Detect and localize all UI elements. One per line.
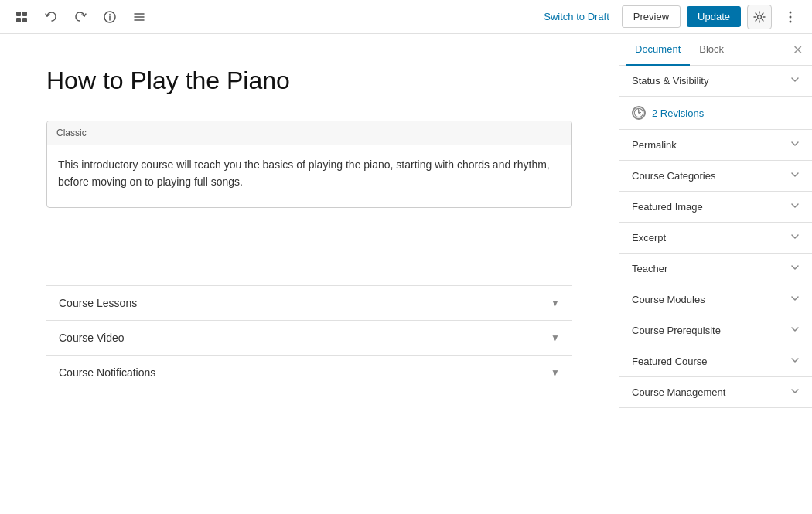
classic-block-label: Classic	[47, 121, 571, 145]
teacher-label: Teacher	[632, 263, 667, 274]
featured-course-label: Featured Course	[632, 356, 708, 367]
course-management-arrow	[790, 386, 800, 398]
sidebar-section-featured-image[interactable]: Featured Image	[619, 192, 812, 223]
featured-course-arrow	[790, 356, 800, 367]
sidebar-section-permalink[interactable]: Permalink	[619, 130, 812, 161]
info-button[interactable]	[97, 5, 122, 29]
course-video-section[interactable]: Course Video ▼	[46, 321, 572, 356]
undo-button[interactable]	[39, 5, 63, 29]
course-modules-label: Course Modules	[632, 294, 705, 305]
revisions-clock-icon	[632, 106, 646, 120]
course-categories-label: Course Categories	[632, 170, 715, 182]
course-categories-arrow	[790, 170, 800, 182]
sidebar-section-prerequisite[interactable]: Course Prerequisite	[619, 315, 812, 346]
redo-button[interactable]	[68, 5, 93, 29]
sidebar: Document Block ✕ Status & Visibility 2 R…	[619, 34, 812, 514]
tab-block[interactable]: Block	[690, 34, 733, 66]
list-view-button[interactable]	[127, 5, 152, 29]
status-visibility-arrow	[790, 75, 800, 87]
bottom-sections: Course Lessons ▼ Course Video ▼ Course N…	[46, 285, 572, 390]
svg-rect-3	[22, 18, 27, 22]
svg-rect-0	[16, 12, 21, 16]
featured-image-arrow	[790, 201, 800, 213]
switch-draft-button[interactable]: Switch to Draft	[537, 8, 616, 26]
sidebar-section-teacher[interactable]: Teacher	[619, 254, 812, 284]
course-notifications-arrow: ▼	[551, 367, 560, 378]
sidebar-close-button[interactable]: ✕	[790, 39, 806, 60]
sidebar-section-excerpt[interactable]: Excerpt	[619, 223, 812, 254]
editor-area: How to Play the Piano Classic This intro…	[0, 34, 619, 514]
course-lessons-section[interactable]: Course Lessons ▼	[46, 286, 572, 321]
classic-block-body[interactable]: This introductory course will teach you …	[47, 145, 571, 207]
status-visibility-label: Status & Visibility	[632, 75, 708, 87]
svg-rect-2	[16, 18, 21, 22]
featured-image-label: Featured Image	[632, 201, 703, 213]
main-area: How to Play the Piano Classic This intro…	[0, 34, 812, 514]
svg-rect-1	[22, 12, 27, 16]
teacher-arrow	[790, 263, 800, 274]
sidebar-section-featured-course[interactable]: Featured Course	[619, 346, 812, 377]
sidebar-section-management[interactable]: Course Management	[619, 377, 812, 408]
add-block-button[interactable]	[9, 5, 34, 29]
course-notifications-section[interactable]: Course Notifications ▼	[46, 356, 572, 390]
sidebar-tabs: Document Block ✕	[619, 34, 812, 66]
settings-button[interactable]	[747, 5, 772, 29]
preview-button[interactable]: Preview	[622, 5, 681, 28]
svg-point-6	[109, 13, 111, 15]
update-button[interactable]: Update	[687, 6, 741, 27]
course-lessons-arrow: ▼	[551, 298, 560, 308]
sidebar-section-status[interactable]: Status & Visibility	[619, 66, 812, 97]
excerpt-label: Excerpt	[632, 232, 666, 243]
sidebar-section-modules[interactable]: Course Modules	[619, 284, 812, 315]
course-prerequisite-label: Course Prerequisite	[632, 325, 721, 336]
toolbar-center: Switch to Draft Preview Update	[537, 5, 803, 29]
svg-point-11	[790, 11, 792, 13]
more-options-button[interactable]	[778, 5, 803, 29]
toolbar-left	[9, 5, 531, 29]
permalink-arrow	[790, 139, 800, 151]
classic-block: Classic This introductory course will te…	[46, 121, 572, 208]
sidebar-section-categories[interactable]: Course Categories	[619, 161, 812, 192]
course-modules-arrow	[790, 294, 800, 305]
svg-line-16	[639, 113, 641, 114]
course-video-arrow: ▼	[551, 332, 560, 343]
svg-point-12	[790, 15, 792, 18]
sidebar-revisions[interactable]: 2 Revisions	[619, 97, 812, 130]
course-lessons-label: Course Lessons	[59, 297, 137, 309]
course-management-label: Course Management	[632, 386, 725, 398]
toolbar: Switch to Draft Preview Update	[0, 0, 812, 34]
course-title[interactable]: How to Play the Piano	[46, 65, 572, 97]
permalink-label: Permalink	[632, 139, 677, 151]
tab-document[interactable]: Document	[626, 34, 690, 66]
course-prerequisite-arrow	[790, 325, 800, 336]
course-video-label: Course Video	[59, 332, 125, 344]
course-notifications-label: Course Notifications	[59, 366, 155, 379]
excerpt-arrow	[790, 232, 800, 243]
revisions-label: 2 Revisions	[652, 107, 704, 119]
svg-point-13	[790, 20, 792, 22]
svg-point-10	[758, 15, 762, 19]
